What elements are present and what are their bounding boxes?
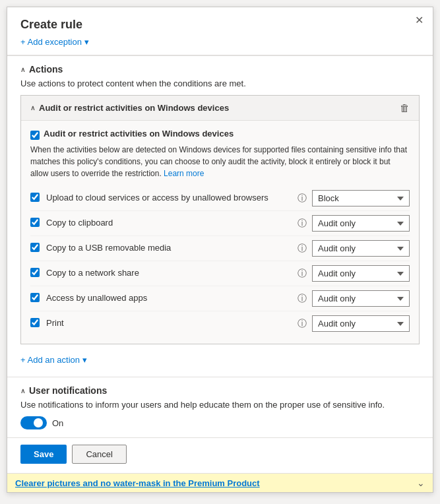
activity-check-2 xyxy=(30,243,46,254)
windows-checkbox[interactable] xyxy=(30,131,40,140)
add-action-chevron: ▾ xyxy=(82,355,87,365)
promo-chevron-icon: ⌄ xyxy=(417,478,425,488)
info-icon-1: ⓘ xyxy=(298,218,307,230)
activity-check-1 xyxy=(30,218,46,229)
notifications-label: User notifications xyxy=(29,385,107,396)
actions-section: ∧ Actions Use actions to protect content… xyxy=(7,56,433,377)
activity-row: Copy to a USB removable media ⓘ Block Au… xyxy=(30,236,410,261)
on-toggle[interactable] xyxy=(20,416,47,429)
activity-label-4: Access by unallowed apps xyxy=(46,292,292,304)
create-rule-dialog: Create rule ✕ + Add exception ▾ ∧ Action… xyxy=(7,7,433,493)
activity-checkbox-0[interactable] xyxy=(30,193,40,202)
promo-bar: Clearer pictures and no water-mask in th… xyxy=(7,473,433,492)
save-button[interactable]: Save xyxy=(20,445,67,464)
inner-section-header: ∧ Audit or restrict activities on Window… xyxy=(21,96,419,121)
activity-label-1: Copy to clipboard xyxy=(46,217,292,229)
activity-row: Print ⓘ Block Audit only Block with over… xyxy=(30,311,410,336)
info-icon-3: ⓘ xyxy=(298,268,307,280)
promo-text: Clearer pictures and no water-mask in th… xyxy=(15,478,260,488)
activity-row: Access by unallowed apps ⓘ Block Audit o… xyxy=(30,286,410,311)
toggle-slider xyxy=(20,416,47,429)
activity-action-select-1[interactable]: Block Audit only Block with override xyxy=(312,215,410,232)
windows-checkbox-row: Audit or restrict activities on Windows … xyxy=(30,129,410,141)
notifications-section-header[interactable]: ∧ User notifications xyxy=(20,385,420,396)
activity-check-4 xyxy=(30,293,46,304)
toggle-label: On xyxy=(52,418,63,428)
info-icon-4: ⓘ xyxy=(298,293,307,305)
activity-action-select-5[interactable]: Block Audit only Block with override xyxy=(312,315,410,332)
add-action-label: + Add an action xyxy=(20,355,80,365)
actions-chevron: ∧ xyxy=(20,66,25,73)
inner-chevron: ∧ xyxy=(30,104,35,111)
info-icon-5: ⓘ xyxy=(298,318,307,330)
cancel-button[interactable]: Cancel xyxy=(72,445,126,464)
info-icon-0: ⓘ xyxy=(298,193,307,205)
notifications-chevron: ∧ xyxy=(20,387,25,394)
activity-label-2: Copy to a USB removable media xyxy=(46,242,292,254)
windows-checkbox-label: Audit or restrict activities on Windows … xyxy=(44,129,234,139)
activity-row: Copy to a network share ⓘ Block Audit on… xyxy=(30,261,410,286)
activity-label-0: Upload to cloud services or access by un… xyxy=(46,192,292,204)
actions-section-header[interactable]: ∧ Actions xyxy=(20,64,420,75)
inner-section-label: Audit or restrict activities on Windows … xyxy=(39,103,229,113)
activity-checkbox-5[interactable] xyxy=(30,318,40,327)
info-icon-2: ⓘ xyxy=(298,243,307,255)
activity-checkbox-4[interactable] xyxy=(30,293,40,302)
dialog-header: Create rule ✕ + Add exception ▾ xyxy=(7,7,433,55)
dialog-title: Create rule xyxy=(20,18,420,32)
add-action-button[interactable]: + Add an action ▾ xyxy=(20,351,87,369)
inner-section-title[interactable]: ∧ Audit or restrict activities on Window… xyxy=(30,103,229,113)
add-exception-chevron: ▾ xyxy=(84,37,89,47)
activity-check-0 xyxy=(30,193,46,204)
button-row: Save Cancel xyxy=(7,438,433,473)
activity-checkbox-3[interactable] xyxy=(30,268,40,277)
notifications-section: ∧ User notifications Use notifications t… xyxy=(7,377,433,437)
activity-action-select-4[interactable]: Block Audit only Block with override xyxy=(312,290,410,307)
activity-checkbox-1[interactable] xyxy=(30,218,40,227)
activity-checkbox-2[interactable] xyxy=(30,243,40,252)
activity-check-5 xyxy=(30,318,46,329)
inner-section-body: Audit or restrict activities on Windows … xyxy=(21,121,419,344)
activity-row: Upload to cloud services or access by un… xyxy=(30,186,410,211)
learn-more-link[interactable]: Learn more xyxy=(164,169,204,178)
activities-list: Upload to cloud services or access by un… xyxy=(30,186,410,336)
activity-action-select-0[interactable]: Block Audit only Block with override xyxy=(312,190,410,206)
add-exception-button[interactable]: + Add exception ▾ xyxy=(20,37,89,47)
actions-label: Actions xyxy=(29,64,63,75)
activity-row: Copy to clipboard ⓘ Block Audit only Blo… xyxy=(30,211,410,236)
activity-action-select-3[interactable]: Block Audit only Block with override xyxy=(312,265,410,282)
close-button[interactable]: ✕ xyxy=(415,15,424,26)
notifications-description: Use notifications to inform your users a… xyxy=(20,400,420,410)
actions-description: Use actions to protect content when the … xyxy=(20,79,420,88)
activity-label-5: Print xyxy=(46,317,292,329)
add-exception-label: + Add exception xyxy=(20,37,82,47)
delete-section-icon[interactable]: 🗑 xyxy=(400,102,410,113)
activity-label-3: Copy to a network share xyxy=(46,267,292,279)
activity-check-3 xyxy=(30,268,46,279)
windows-description: When the activities below are detected o… xyxy=(30,144,410,179)
activity-action-select-2[interactable]: Block Audit only Block with override xyxy=(312,240,410,257)
windows-devices-section: ∧ Audit or restrict activities on Window… xyxy=(20,95,420,344)
toggle-row: On xyxy=(20,416,420,429)
